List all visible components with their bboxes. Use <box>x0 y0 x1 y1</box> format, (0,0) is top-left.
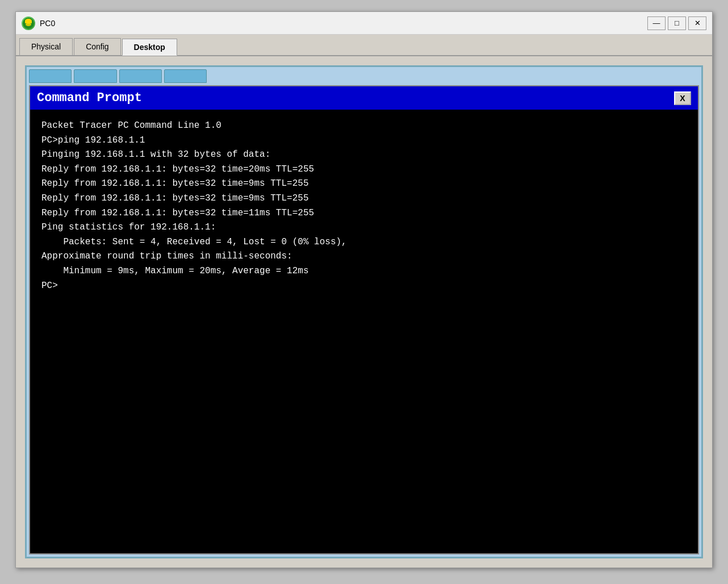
app-tab-3[interactable] <box>119 69 162 83</box>
main-content: Command Prompt X Packet Tracer PC Comman… <box>16 56 712 568</box>
cmd-line: Pinging 192.168.1.1 with 32 bytes of dat… <box>41 148 687 162</box>
cmd-line: Packet Tracer PC Command Line 1.0 <box>41 119 687 134</box>
cmd-line: Reply from 192.168.1.1: bytes=32 time=9m… <box>41 177 687 191</box>
desktop-area: Command Prompt X Packet Tracer PC Comman… <box>25 65 703 558</box>
svg-point-1 <box>25 19 32 24</box>
cmd-title-bar: Command Prompt X <box>30 86 698 110</box>
minimize-button[interactable]: — <box>647 16 666 30</box>
cmd-line: Minimum = 9ms, Maximum = 20ms, Average =… <box>41 264 687 279</box>
tab-physical[interactable]: Physical <box>19 38 73 55</box>
cmd-line: PC> <box>41 279 687 294</box>
svg-point-2 <box>26 23 31 26</box>
close-button[interactable]: ✕ <box>688 16 706 30</box>
cmd-line: PC>ping 192.168.1.1 <box>41 134 687 148</box>
app-tab-1[interactable] <box>29 69 72 83</box>
app-tab-bar <box>29 69 699 83</box>
tab-config[interactable]: Config <box>74 38 120 55</box>
cmd-close-button[interactable]: X <box>674 91 691 105</box>
app-tab-4[interactable] <box>164 69 207 83</box>
main-window: PC0 — □ ✕ Physical Config Desktop <box>15 11 713 568</box>
cmd-line: Packets: Sent = 4, Received = 4, Lost = … <box>41 235 687 250</box>
app-tab-2[interactable] <box>74 69 116 83</box>
title-bar: PC0 — □ ✕ <box>16 12 712 35</box>
tab-desktop[interactable]: Desktop <box>122 39 177 56</box>
window-title: PC0 <box>40 19 647 28</box>
window-controls: — □ ✕ <box>647 16 706 30</box>
app-icon <box>22 16 35 30</box>
tab-bar: Physical Config Desktop <box>16 35 712 56</box>
cmd-line: Reply from 192.168.1.1: bytes=32 time=20… <box>41 162 687 177</box>
cmd-line: Reply from 192.168.1.1: bytes=32 time=11… <box>41 206 687 221</box>
cmd-line: Approximate round trip times in milli-se… <box>41 249 687 264</box>
cmd-line: Reply from 192.168.1.1: bytes=32 time=9m… <box>41 191 687 206</box>
command-prompt-window: Command Prompt X Packet Tracer PC Comman… <box>29 85 699 554</box>
cmd-line: Ping statistics for 192.168.1.1: <box>41 220 687 235</box>
cmd-title-text: Command Prompt <box>37 91 142 105</box>
cmd-body[interactable]: Packet Tracer PC Command Line 1.0PC>ping… <box>30 110 698 553</box>
maximize-button[interactable]: □ <box>668 16 686 30</box>
